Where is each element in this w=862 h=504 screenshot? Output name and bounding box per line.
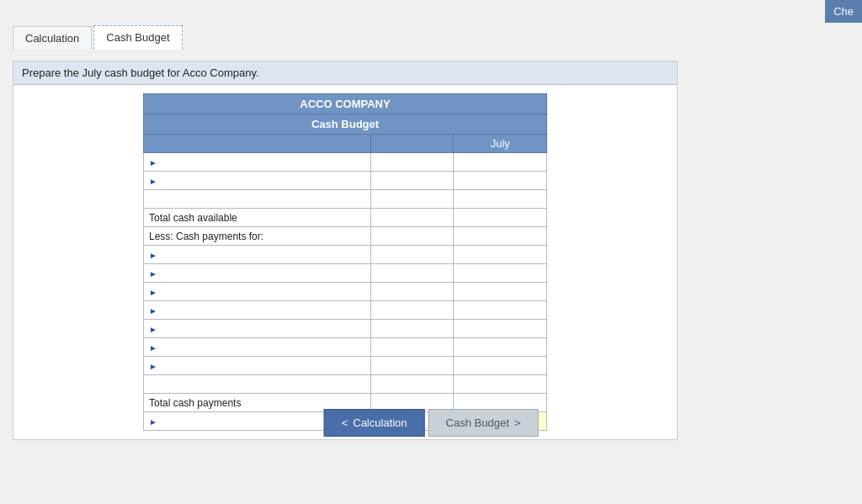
- total-cash-available-input[interactable]: [371, 209, 454, 227]
- next-label: Cash Budget: [446, 416, 509, 429]
- arrow-icon: ►: [149, 288, 157, 297]
- top-right-button[interactable]: Che: [825, 0, 862, 23]
- table-container: ACCO COMPANY Cash Budget July ►: [13, 93, 677, 431]
- blank-label: [144, 375, 371, 394]
- prev-icon: <: [342, 416, 349, 429]
- blank-value: [454, 375, 547, 394]
- input-cell[interactable]: [371, 153, 454, 172]
- less-payments-input: [371, 227, 454, 246]
- arrow-icon: ►: [149, 158, 157, 167]
- label-cell: ►: [144, 320, 371, 338]
- blank-input: [371, 190, 454, 209]
- less-payments-value: [454, 227, 547, 246]
- label-cell: ►: [144, 338, 371, 357]
- value-cell[interactable]: [454, 246, 547, 264]
- table-row: ►: [144, 153, 547, 172]
- total-cash-available-label: Total cash available: [144, 209, 371, 227]
- empty-header: [144, 135, 371, 153]
- blank-label: [144, 190, 371, 209]
- value-cell[interactable]: [454, 153, 547, 172]
- arrow-icon: ►: [149, 269, 157, 279]
- table-row: ►: [144, 338, 547, 357]
- main-content: Prepare the July cash budget for Acco Co…: [13, 61, 678, 440]
- less-payments-row: Less: Cash payments for:: [144, 227, 547, 246]
- instruction-bar: Prepare the July cash budget for Acco Co…: [13, 61, 677, 85]
- label-cell: ►: [144, 153, 371, 172]
- bottom-navigation: < Calculation Cash Budget >: [324, 409, 539, 437]
- input-cell[interactable]: [371, 172, 454, 190]
- total-cash-available-value[interactable]: [454, 209, 547, 227]
- column-header-row: July: [144, 135, 547, 153]
- blank-value: [454, 190, 547, 209]
- label-cell: ►: [144, 246, 371, 264]
- input-cell[interactable]: [371, 320, 454, 338]
- table-title-cell: Cash Budget: [144, 114, 547, 135]
- value-cell[interactable]: [454, 172, 547, 190]
- label-cell: ►: [144, 357, 371, 375]
- value-cell[interactable]: [454, 357, 547, 375]
- label-cell: ►: [144, 283, 371, 301]
- arrow-icon: ►: [149, 417, 157, 427]
- value-cell[interactable]: [454, 264, 547, 283]
- table-row-blank: [144, 190, 547, 209]
- input-cell[interactable]: [371, 264, 454, 283]
- prev-button[interactable]: < Calculation: [324, 409, 425, 437]
- table-row: ►: [144, 264, 547, 283]
- total-cash-available-row: Total cash available: [144, 209, 547, 227]
- table-row: ►: [144, 283, 547, 301]
- value-cell[interactable]: [454, 301, 547, 320]
- arrow-icon: ►: [149, 306, 157, 316]
- input-cell[interactable]: [371, 283, 454, 301]
- label-cell: ►: [144, 264, 371, 283]
- next-icon: >: [514, 416, 521, 429]
- arrow-icon: ►: [149, 325, 157, 334]
- tab-cash-budget[interactable]: Cash Budget: [93, 25, 182, 50]
- arrow-icon: ►: [149, 362, 157, 371]
- tab-calculation[interactable]: Calculation: [13, 26, 92, 50]
- value-cell[interactable]: [454, 320, 547, 338]
- table-row: ►: [144, 246, 547, 264]
- prev-label: Calculation: [353, 416, 407, 429]
- input-cell[interactable]: [371, 338, 454, 357]
- empty-header-2: [371, 135, 454, 153]
- input-cell[interactable]: [371, 301, 454, 320]
- value-cell[interactable]: [454, 338, 547, 357]
- july-header: July: [454, 135, 547, 153]
- next-button[interactable]: Cash Budget >: [428, 409, 539, 437]
- input-cell[interactable]: [371, 246, 454, 264]
- tabs-container: Calculation Cash Budget: [13, 25, 183, 50]
- table-title-row: Cash Budget: [144, 114, 547, 135]
- table-row: ►: [144, 172, 547, 190]
- arrow-icon: ►: [149, 343, 157, 353]
- company-name-cell: ACCO COMPANY: [144, 94, 547, 114]
- label-cell: ►: [144, 301, 371, 320]
- blank-input: [371, 375, 454, 394]
- arrow-icon: ►: [149, 251, 157, 260]
- label-cell: ►: [144, 172, 371, 190]
- value-cell[interactable]: [454, 283, 547, 301]
- arrow-icon: ►: [149, 177, 157, 186]
- table-row: ►: [144, 320, 547, 338]
- table-row: ►: [144, 301, 547, 320]
- table-row: ►: [144, 357, 547, 375]
- budget-table: ACCO COMPANY Cash Budget July ►: [143, 93, 547, 431]
- input-cell[interactable]: [371, 357, 454, 375]
- table-row-blank: [144, 375, 547, 394]
- less-payments-label: Less: Cash payments for:: [144, 227, 371, 246]
- company-name-row: ACCO COMPANY: [144, 94, 547, 114]
